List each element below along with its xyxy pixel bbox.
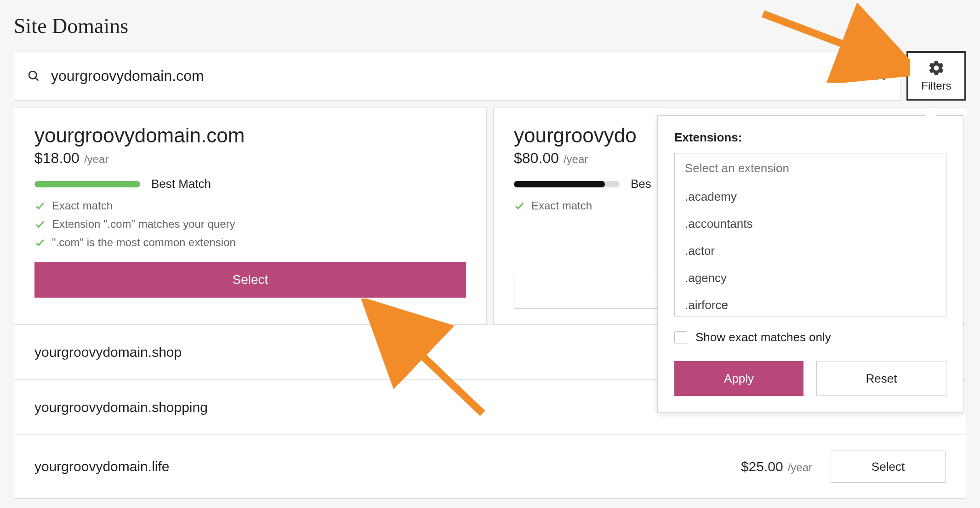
domain-name: yourgroovydomain.shop [34,344,182,360]
reason-text: Exact match [52,199,113,212]
select-button[interactable]: Select [34,262,466,298]
check-icon [34,237,46,248]
reset-button[interactable]: Reset [816,361,946,396]
price-wrap: $25.00 /year [741,459,812,474]
page-title: Site Domains [14,14,966,38]
match-label: Best Match [151,177,211,191]
check-icon [34,219,46,230]
gear-icon [928,59,945,77]
domain-right: $25.00 /year Select [741,451,946,483]
match-bar [514,181,620,187]
featured-card-primary: yourgroovydomain.com $18.00 /year Best M… [14,107,487,325]
match-row: Best Match [34,177,466,191]
featured-price: $18.00 [34,150,80,167]
featured-per: /year [84,153,108,166]
search-row: Filters [14,51,966,101]
domain-row: yourgroovydomain.life $25.00 /year Selec… [14,435,966,499]
extension-input[interactable] [674,153,946,183]
filters-panel: Extensions: .academy .accountants .actor… [657,115,963,413]
panel-buttons: Apply Reset [674,361,946,396]
reason-list: Exact match Extension ".com" matches you… [34,199,466,249]
check-icon [514,200,525,211]
check-icon [34,200,46,211]
featured-per: /year [564,153,588,166]
row-per: /year [788,461,812,474]
match-bar [34,181,140,187]
select-button[interactable]: Select [831,451,946,483]
reason-item: ".com" is the most common extension [34,236,466,249]
search-input[interactable] [51,68,873,85]
extension-item[interactable]: .actor [675,237,946,265]
match-label: Bes [631,177,651,191]
apply-button[interactable]: Apply [674,361,803,396]
filters-heading: Extensions: [674,130,946,145]
exact-match-row: Show exact matches only [674,330,946,344]
reason-text: Extension ".com" matches your query [52,218,235,231]
featured-price: $80.00 [514,150,559,167]
reason-item: Exact match [34,199,466,212]
search-box [14,51,901,101]
reason-text: Exact match [531,199,592,212]
reason-item: Extension ".com" matches your query [34,218,466,231]
featured-domain: yourgroovydomain.com [34,124,466,147]
extension-item[interactable]: .agency [675,265,946,292]
extension-item[interactable]: .accountants [675,210,946,237]
domain-name: yourgroovydomain.life [34,459,169,474]
filters-button[interactable]: Filters [906,51,966,101]
extension-list: .academy .accountants .actor .agency .ai… [674,183,946,316]
svg-line-1 [36,78,39,81]
filters-label: Filters [921,79,951,92]
extension-item[interactable]: .academy [675,183,946,210]
reason-text: ".com" is the most common extension [52,236,236,249]
row-price: $25.00 [741,459,783,474]
domain-name: yourgroovydomain.shopping [34,400,208,415]
clear-icon[interactable] [873,68,888,83]
price-row: $18.00 /year [34,150,466,167]
exact-match-checkbox[interactable] [674,331,687,344]
svg-point-0 [29,71,36,79]
exact-match-label: Show exact matches only [695,330,831,344]
search-icon [27,69,40,82]
extension-item[interactable]: .airforce [675,292,946,316]
